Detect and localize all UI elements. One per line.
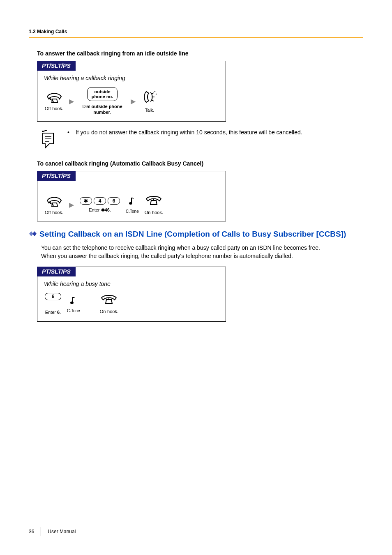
offhook-caption: Off-hook. <box>45 210 63 215</box>
ctone-icon <box>69 295 78 305</box>
offhook-caption: Off-hook. <box>45 106 63 111</box>
ctone-label: C.Tone <box>67 309 80 313</box>
procedure-box-2: PT/SLT/PS Off-hook. ▶ ✱ 4 6 Enter ✱46. <box>37 171 226 221</box>
section-rule <box>29 37 363 38</box>
arrow-icon: ▶ <box>131 97 136 105</box>
note-icon <box>37 129 59 150</box>
section-title: Setting Callback on an ISDN Line (Comple… <box>29 229 363 240</box>
procedure-box-1: PT/SLT/PS While hearing a callback ringi… <box>37 61 226 122</box>
talk-caption: Talk. <box>145 107 154 113</box>
sub-heading-1: To answer the callback ringing from an i… <box>37 50 363 57</box>
device-pill: PT/SLT/PS <box>37 61 76 71</box>
keycap-6: 6 <box>45 293 61 300</box>
onhook-icon <box>100 294 118 306</box>
keycap-star: ✱ <box>80 197 92 205</box>
enter-caption: Enter 6. <box>45 309 61 315</box>
diamond-pair-icon <box>29 229 38 240</box>
sub-heading-2: To cancel callback ringing (Automatic Ca… <box>37 160 363 167</box>
procedure-box-3: PT/SLT/PS While hearing a busy tone 6 En… <box>37 267 226 321</box>
keycap-6: 6 <box>108 197 120 205</box>
dial-caption: Dial outside phone number. <box>80 104 125 115</box>
breadcrumb: 1.2 Making Calls <box>29 29 363 35</box>
keycap-4: 4 <box>94 197 106 205</box>
context-text: While hearing a callback ringing <box>44 75 221 81</box>
onhook-caption: On-hook. <box>100 309 118 314</box>
context-text: While hearing a busy tone <box>44 281 221 287</box>
body-paragraphs: You can set the telephone to receive cal… <box>41 244 363 260</box>
outside-phone-input: outside phone no. <box>87 87 118 101</box>
note-text: • If you do not answer the callback ring… <box>67 129 363 136</box>
keycap-row: ✱ 4 6 <box>80 197 120 205</box>
footer-label: User Manual <box>48 529 76 534</box>
svg-point-2 <box>156 94 157 94</box>
footer-divider <box>41 527 41 536</box>
onhook-caption: On-hook. <box>145 210 163 215</box>
device-pill: PT/SLT/PS <box>37 267 76 276</box>
page-footer: 36 User Manual <box>29 527 76 536</box>
input-line1: outside <box>92 89 113 94</box>
ctone-label: C.Tone <box>126 209 139 214</box>
svg-point-1 <box>154 91 155 92</box>
enter-caption: Enter ✱46. <box>89 207 111 213</box>
arrow-icon: ▶ <box>69 201 74 209</box>
talk-icon <box>141 89 158 105</box>
ctone-icon <box>128 196 136 206</box>
svg-point-13 <box>70 302 74 304</box>
offhook-icon <box>46 91 63 103</box>
page-number: 36 <box>29 529 34 534</box>
onhook-icon <box>145 195 163 207</box>
section-title-text: Setting Callback on an ISDN Line (Comple… <box>39 230 346 238</box>
arrow-icon: ▶ <box>69 97 74 105</box>
offhook-icon <box>46 195 63 207</box>
device-pill: PT/SLT/PS <box>37 171 76 181</box>
svg-marker-12 <box>32 231 37 236</box>
note-row: • If you do not answer the callback ring… <box>37 129 363 150</box>
input-line2: phone no. <box>92 94 113 99</box>
svg-point-8 <box>129 202 132 205</box>
